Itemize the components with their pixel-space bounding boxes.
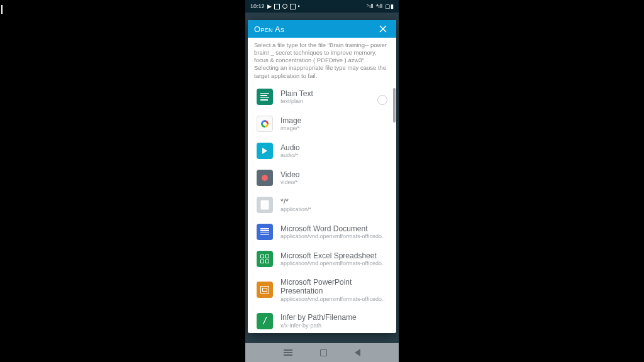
battery-icon: ▢▮: [385, 4, 394, 9]
signal-5-icon: ⁵ıll: [367, 4, 374, 9]
item-mime: application/vnd.openxmlformats-officedo.…: [280, 296, 387, 302]
list-item-powerpoint[interactable]: Microsoft PowerPoint Presentation applic…: [252, 274, 392, 306]
item-mime: application/vnd.openxmlformats-officedo.…: [280, 233, 387, 239]
item-label: Video: [280, 170, 387, 179]
item-label: Infer by Path/Filename: [280, 313, 387, 322]
item-label: Image: [280, 116, 387, 125]
audio-icon: [257, 143, 273, 159]
generic-icon: [257, 197, 273, 213]
list-item-word[interactable]: Microsoft Word Document application/vnd.…: [252, 220, 392, 244]
item-label: Audio: [280, 143, 387, 152]
word-icon: [257, 224, 273, 240]
radio-button[interactable]: [377, 95, 387, 105]
item-mime: video/*: [280, 179, 387, 185]
dialog-header: Open As: [248, 20, 396, 38]
list-item-audio[interactable]: Audio audio/*: [252, 139, 392, 163]
item-mime: image/*: [280, 125, 387, 131]
infer-icon: /: [257, 313, 273, 329]
image-icon: [257, 116, 273, 132]
signal-4-icon: ⁴ıll: [376, 4, 383, 9]
nav-back-icon[interactable]: [355, 349, 360, 356]
item-label: Plain Text: [280, 89, 374, 98]
item-label: Microsoft Word Document: [280, 224, 387, 233]
scrollbar-thumb[interactable]: [393, 88, 396, 123]
dialog-title: Open As: [254, 25, 284, 34]
item-label: Microsoft Excel Spreadsheet: [280, 251, 387, 260]
item-label: Microsoft PowerPoint Presentation: [280, 278, 387, 296]
status-time: 10:12: [250, 3, 265, 9]
item-mime: audio/*: [280, 152, 387, 158]
phone-frame: 10:12 ▶ • ⁵ıll ⁴ıll ▢▮ Open As Select a …: [245, 0, 399, 362]
mute-icon: [282, 4, 287, 9]
excel-icon: [257, 251, 273, 267]
item-mime: application/*: [280, 206, 387, 212]
status-bar: 10:12 ▶ • ⁵ıll ⁴ıll ▢▮: [245, 0, 399, 13]
message-icon: [274, 4, 280, 9]
open-as-dialog: Open As Select a file type for the file …: [248, 20, 396, 333]
list-item-plain-text[interactable]: Plain Text text/plain: [252, 85, 392, 109]
close-button[interactable]: [376, 22, 390, 36]
nav-recent-icon[interactable]: [284, 349, 292, 356]
item-label: */*: [280, 197, 387, 206]
youtube-icon: ▶: [267, 4, 272, 9]
list-item-excel[interactable]: Microsoft Excel Spreadsheet application/…: [252, 247, 392, 271]
powerpoint-icon: [257, 282, 273, 298]
list-item-generic[interactable]: */* application/*: [252, 193, 392, 217]
item-mime: text/plain: [280, 98, 374, 104]
list-item-infer[interactable]: / Infer by Path/Filename x/x-infer-by-pa…: [252, 309, 392, 333]
text-icon: [257, 89, 273, 105]
video-icon: [257, 170, 273, 186]
close-icon: [379, 25, 387, 33]
dot-icon: •: [298, 4, 300, 9]
list-item-image[interactable]: Image image/*: [252, 112, 392, 136]
nav-bar: [245, 343, 399, 362]
type-list[interactable]: Plain Text text/plain Image image/*: [248, 85, 396, 333]
item-mime: x/x-infer-by-path: [280, 322, 387, 329]
nav-home-icon[interactable]: [320, 349, 327, 356]
list-item-video[interactable]: Video video/*: [252, 166, 392, 190]
item-mime: application/vnd.openxmlformats-officedo.…: [280, 260, 387, 266]
facebook-icon: [290, 4, 296, 9]
dialog-description: Select a file type for the file "Brain t…: [248, 38, 396, 85]
